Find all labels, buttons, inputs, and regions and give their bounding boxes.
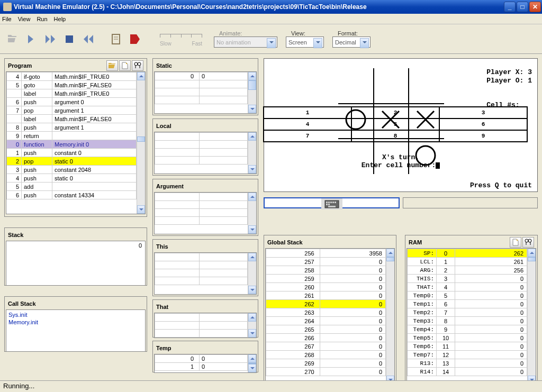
segment-row[interactable] (155, 209, 248, 217)
ram-row[interactable]: R14:140 (408, 368, 527, 376)
program-row[interactable]: 2popstatic 0 (7, 157, 137, 166)
segment-row[interactable] (155, 322, 248, 330)
menu-file[interactable]: File (2, 16, 12, 22)
scroll-up-icon[interactable] (137, 72, 145, 80)
program-row[interactable]: 1pushconstant 0 (7, 149, 137, 157)
view-dropdown[interactable]: Screen (286, 37, 324, 48)
search-icon[interactable] (132, 60, 143, 71)
gstack-row[interactable]: 2620 (266, 300, 386, 308)
menu-help[interactable]: Help (54, 16, 66, 22)
local-table[interactable] (155, 132, 248, 165)
ram-row[interactable]: Temp3:80 (408, 317, 527, 325)
gstack-row[interactable]: 2700 (266, 368, 386, 376)
callstack-item[interactable]: Memory.init (8, 318, 143, 326)
ram-row[interactable]: Temp0:50 (408, 291, 527, 300)
segment-row[interactable] (155, 141, 248, 149)
segment-row[interactable] (155, 261, 248, 269)
ram-row[interactable]: LCL:1261 (408, 258, 527, 266)
segment-row[interactable] (155, 80, 248, 88)
gstack-table[interactable]: 2563958257025802590260026102620263026402… (266, 249, 386, 376)
speed-slider[interactable]: SlowFast (160, 31, 202, 47)
this-table[interactable] (155, 253, 248, 285)
segment-row[interactable] (155, 253, 248, 261)
segment-row[interactable] (155, 330, 248, 338)
segment-row[interactable] (155, 133, 248, 141)
ram-row[interactable]: Temp5:100 (408, 334, 527, 342)
ram-row[interactable]: THAT:40 (408, 283, 527, 291)
ram-row[interactable]: THIS:30 (408, 275, 527, 283)
gstack-row[interactable]: 2590 (266, 275, 386, 283)
gstack-row[interactable]: 2680 (266, 351, 386, 359)
segment-row[interactable]: 10 (155, 363, 248, 371)
program-scrollbar[interactable] (137, 72, 145, 214)
segment-row[interactable] (155, 217, 248, 225)
ram-row[interactable]: Temp7:120 (408, 351, 527, 359)
gstack-row[interactable]: 2670 (266, 342, 386, 351)
gstack-row[interactable]: 2640 (266, 317, 386, 325)
minimize-button[interactable]: _ (504, 2, 516, 12)
stop-button[interactable] (61, 31, 77, 47)
gstack-row[interactable]: 2563958 (266, 249, 386, 258)
segment-row[interactable]: 00 (155, 72, 248, 80)
program-table[interactable]: 4if-gotoMath.min$IF_TRUE05gotoMath.min$I… (6, 72, 137, 199)
maximize-button[interactable]: □ (517, 2, 528, 12)
argument-table[interactable] (155, 193, 248, 225)
program-row[interactable]: 4pushstatic 0 (7, 174, 137, 183)
menu-view[interactable]: View (18, 16, 31, 22)
temp-scrollbar[interactable] (248, 354, 256, 372)
open-folder-icon[interactable] (106, 60, 118, 71)
format-dropdown[interactable]: Decimal (332, 37, 371, 48)
scroll-down-icon[interactable] (137, 205, 145, 214)
gstack-row[interactable]: 2610 (266, 291, 386, 300)
close-button[interactable]: ✕ (529, 2, 541, 12)
this-scrollbar[interactable] (248, 253, 256, 294)
open-button[interactable] (4, 31, 20, 47)
keyboard-input[interactable] (264, 197, 400, 208)
temp-table[interactable]: 0010 (155, 354, 248, 371)
that-scrollbar[interactable] (248, 313, 256, 338)
segment-row[interactable] (155, 193, 248, 201)
segment-row[interactable] (155, 157, 248, 165)
ram-row[interactable]: ARG:2256 (408, 266, 527, 275)
step-button[interactable] (23, 31, 39, 47)
script-button[interactable] (108, 31, 124, 47)
gstack-row[interactable]: 2570 (266, 258, 386, 266)
program-row[interactable]: 5add (7, 183, 137, 191)
gstack-row[interactable]: 2690 (266, 359, 386, 368)
local-scrollbar[interactable] (248, 132, 256, 174)
ram-row[interactable]: Temp1:60 (408, 300, 527, 308)
program-row[interactable]: 6pushargument 0 (7, 98, 137, 106)
that-table[interactable] (155, 313, 248, 338)
program-row[interactable]: 3pushconstant 2048 (7, 166, 137, 174)
callstack-list[interactable]: Sys.initMemory.init (6, 309, 146, 352)
breakpoint-button[interactable] (127, 31, 143, 47)
gstack-scrollbar[interactable] (386, 249, 394, 384)
static-scrollbar[interactable] (248, 72, 256, 113)
ram-table[interactable]: SP:0262LCL:1261ARG:2256THIS:30THAT:40Tem… (407, 249, 527, 376)
segment-row[interactable] (155, 88, 248, 96)
run-button[interactable] (42, 31, 58, 47)
ram-row[interactable]: SP:0262 (408, 249, 527, 258)
segment-row[interactable] (155, 96, 248, 104)
segment-row[interactable] (155, 201, 248, 209)
program-row[interactable]: 5gotoMath.min$IF_FALSE0 (7, 81, 137, 89)
program-row[interactable]: 6pushconstant 14334 (7, 191, 137, 199)
segment-row[interactable] (155, 277, 248, 285)
program-row[interactable]: 4if-gotoMath.min$IF_TRUE0 (7, 72, 137, 81)
callstack-item[interactable]: Sys.init (8, 311, 143, 318)
menu-run[interactable]: Run (37, 16, 47, 22)
segment-row[interactable] (155, 314, 248, 322)
ram-row[interactable]: R13:130 (408, 359, 527, 368)
new-file-icon[interactable] (510, 237, 521, 248)
ram-row[interactable]: Temp6:110 (408, 342, 527, 351)
program-row[interactable]: 7popargument 1 (7, 106, 137, 115)
segment-row[interactable] (155, 149, 248, 157)
gstack-row[interactable]: 2630 (266, 308, 386, 317)
gstack-row[interactable]: 2600 (266, 283, 386, 291)
program-row[interactable]: 8pushargument 1 (7, 123, 137, 132)
ram-row[interactable]: Temp2:70 (408, 308, 527, 317)
new-file-icon[interactable] (119, 60, 131, 71)
program-row[interactable]: 9return (7, 132, 137, 140)
program-row[interactable]: labelMath.min$IF_FALSE0 (7, 115, 137, 123)
search-icon[interactable] (522, 237, 534, 248)
